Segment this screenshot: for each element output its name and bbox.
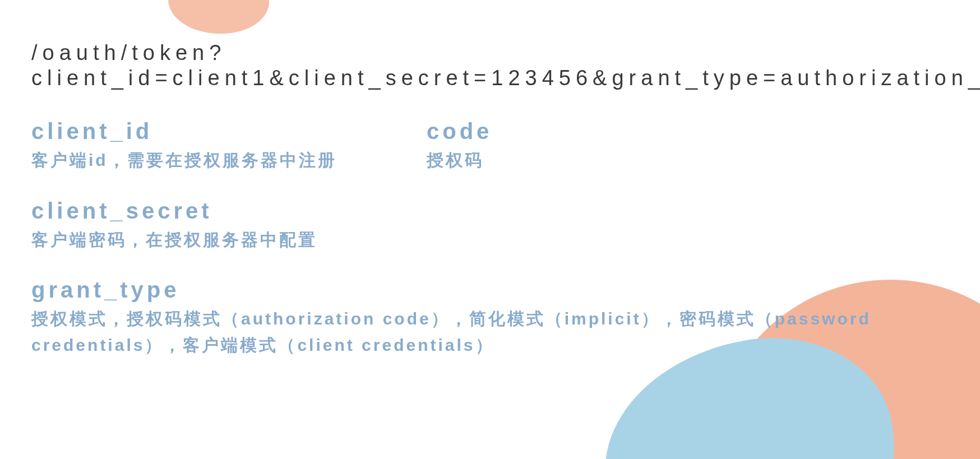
param-client-id: client_id 客户端id，需要在授权服务器中注册 [31, 119, 407, 174]
param-grant-type: grant_type 授权模式，授权码模式（authorization code… [31, 277, 946, 358]
params-section: client_id 客户端id，需要在授权服务器中注册 code 授权码 cli… [31, 119, 946, 358]
param-desc: 授权模式，授权码模式（authorization code），简化模式（impl… [31, 306, 946, 358]
param-desc: 客户端密码，在授权服务器中配置 [31, 227, 946, 253]
param-code: code 授权码 [427, 119, 946, 174]
param-desc: 客户端id，需要在授权服务器中注册 [31, 147, 407, 174]
param-title: grant_type [31, 277, 946, 303]
param-title: client_secret [31, 198, 946, 224]
param-desc: 授权码 [427, 147, 946, 174]
param-client-secret: client_secret 客户端密码，在授权服务器中配置 [31, 198, 946, 253]
decor-blob-top [168, 0, 269, 34]
param-title: code [427, 119, 946, 144]
request-url: /oauth/token?client_id=client1&client_se… [31, 40, 946, 91]
param-title: client_id [31, 119, 407, 144]
